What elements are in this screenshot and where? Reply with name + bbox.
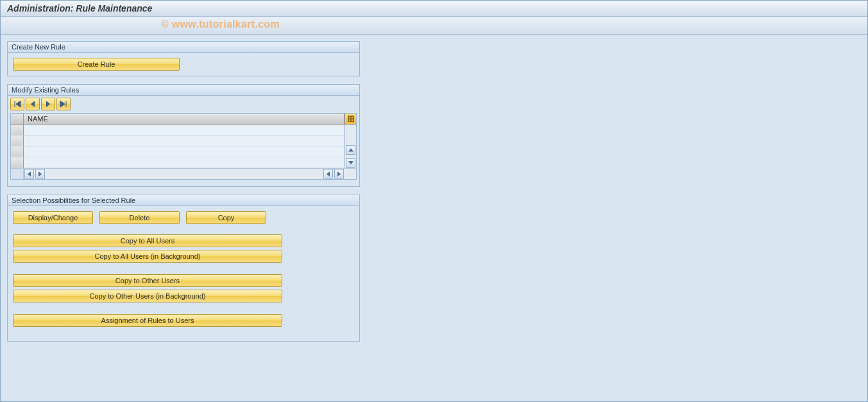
table-row[interactable] [11, 146, 345, 157]
display-change-button[interactable]: Display/Change [13, 211, 93, 224]
create-rule-button[interactable]: Create Rule [13, 58, 180, 71]
copy-to-all-users-bg-button[interactable]: Copy to All Users (in Background) [13, 250, 282, 263]
spacer [13, 265, 354, 274]
spacer [13, 305, 354, 314]
scroll-up-icon[interactable] [346, 145, 355, 155]
spacer [13, 329, 354, 336]
scroll-right-icon[interactable] [334, 169, 344, 179]
horizontal-scrollbar[interactable] [11, 168, 356, 179]
table-row[interactable] [11, 125, 345, 135]
copy-to-all-users-button[interactable]: Copy to All Users [13, 234, 282, 247]
panel-create-new-rule: Create New Rule Create Rule [7, 41, 360, 76]
scroll-left-icon[interactable] [24, 169, 34, 179]
assignment-rules-users-button[interactable]: Assignment of Rules to Users [13, 314, 282, 327]
app-toolbar: © www.tutorialkart.com [1, 17, 867, 35]
alv-nav-toolbar [8, 96, 359, 113]
scroll-left-icon[interactable] [323, 169, 333, 179]
delete-button[interactable]: Delete [99, 211, 180, 224]
previous-page-icon[interactable] [26, 98, 40, 110]
panel-body: Create Rule [8, 53, 359, 76]
scroll-right-icon[interactable] [35, 169, 45, 179]
panel-title: Modify Existing Rules [8, 85, 359, 96]
scroll-down-icon[interactable] [346, 158, 355, 168]
panel-title: Selection Possibilities for Selected Rul… [8, 195, 359, 206]
content-area: Create New Rule Create Rule Modify Exist… [1, 35, 867, 356]
panel-title: Create New Rule [8, 42, 359, 53]
alv-config-icon[interactable] [345, 114, 356, 124]
copy-button[interactable]: Copy [186, 211, 266, 224]
first-page-icon[interactable] [10, 98, 24, 110]
panel-modify-existing-rules: Modify Existing Rules NAME [7, 84, 360, 187]
vertical-scrollbar[interactable] [345, 125, 356, 168]
alv-rows [11, 125, 345, 168]
alv-corner[interactable] [11, 114, 24, 124]
last-page-icon[interactable] [56, 98, 71, 110]
hscroll-spacer [11, 169, 24, 179]
alv-body [11, 125, 356, 168]
next-page-icon[interactable] [41, 98, 55, 110]
spacer [13, 225, 354, 234]
panel-body: Display/Change Delete Copy Copy to All U… [8, 206, 359, 341]
alv-grid: NAME [10, 113, 357, 180]
app-window: Administration: Rule Maintenance © www.t… [0, 0, 868, 402]
table-row[interactable] [11, 157, 345, 168]
panel-selection-possibilities: Selection Possibilities for Selected Rul… [7, 195, 360, 342]
watermark-text: © www.tutorialkart.com [161, 19, 280, 30]
table-row[interactable] [11, 135, 345, 146]
column-header-name[interactable]: NAME [24, 114, 345, 124]
spacer [8, 182, 359, 186]
hscroll-right-group [323, 169, 356, 179]
copy-to-other-users-button[interactable]: Copy to Other Users [13, 274, 282, 287]
hscroll-track[interactable] [46, 169, 323, 179]
alv-header-row: NAME [11, 114, 356, 125]
button-row: Display/Change Delete Copy [13, 211, 354, 224]
page-title: Administration: Rule Maintenance [1, 1, 867, 17]
copy-to-other-users-bg-button[interactable]: Copy to Other Users (in Background) [13, 290, 282, 302]
